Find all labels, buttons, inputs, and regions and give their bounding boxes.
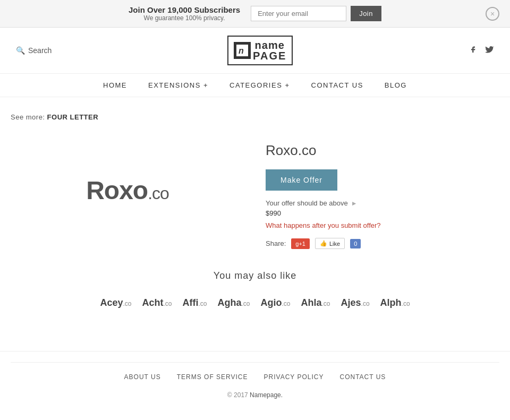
offer-info-row: Your offer should be above ► $990	[266, 199, 499, 217]
nav-item-contact[interactable]: CONTACT US	[311, 81, 363, 89]
similar-domain-tld: .co	[361, 300, 370, 307]
logo-name: name	[253, 40, 286, 50]
join-button[interactable]: Join	[351, 6, 381, 21]
offer-info-text: Your offer should be above ►	[266, 199, 499, 207]
footer-copy-year: © 2017	[227, 391, 248, 399]
logo-page: PAGE	[253, 50, 286, 61]
banner-form: Join	[251, 6, 381, 21]
twitter-icon[interactable]	[484, 45, 494, 57]
similar-domain-name: Ajes	[341, 297, 361, 308]
offer-price: $990	[266, 209, 499, 217]
logo-svg: n	[236, 45, 248, 56]
offer-question-link[interactable]: What happens after you submit offer?	[266, 221, 499, 229]
footer-brand-link[interactable]: Namepage.	[250, 391, 283, 399]
offer-info-label: Your offer should be above	[266, 199, 348, 207]
banner-headline: Join Over 19,000 Subscribers	[129, 5, 240, 14]
domain-info: Roxo.co Make Offer Your offer should be …	[266, 137, 499, 249]
share-label: Share:	[266, 239, 286, 247]
similar-domain-tld: .co	[322, 300, 330, 307]
footer-copy: © 2017 Namepage.	[11, 391, 499, 399]
similar-domain-item[interactable]: Alph.co	[380, 297, 410, 308]
fb-like-button[interactable]: 👍 Like	[315, 238, 345, 249]
logo[interactable]: n name PAGE	[227, 36, 293, 65]
fb-thumb-icon: 👍	[320, 240, 327, 247]
footer: ABOUT USTERMS OF SERVICEPRIVACY POLICYCO…	[0, 351, 510, 409]
footer-link-contact[interactable]: CONTACT US	[339, 373, 386, 381]
offer-arrow-icon: ►	[351, 200, 358, 207]
search-label: Search	[28, 46, 52, 55]
similar-domain-item[interactable]: Agha.co	[217, 297, 250, 308]
similar-domain-tld: .co	[282, 300, 290, 307]
footer-link-about[interactable]: ABOUT US	[124, 373, 161, 381]
domain-logo-text: Roxo.co	[86, 176, 169, 205]
similar-domain-tld: .co	[198, 300, 207, 307]
nav-item-blog[interactable]: BLOG	[385, 81, 407, 89]
similar-domains-list: Acey.coAcht.coAffi.coAgha.coAgio.coAhla.…	[11, 297, 499, 308]
header: 🔍 Search n name PAGE	[0, 28, 510, 74]
top-banner: Join Over 19,000 Subscribers We guarante…	[0, 0, 510, 28]
close-button[interactable]: ×	[486, 7, 499, 21]
similar-domain-item[interactable]: Ajes.co	[341, 297, 370, 308]
see-more: See more: FOUR LETTER	[11, 113, 499, 121]
domain-logo-main: Roxo	[86, 176, 148, 204]
domain-logo-tld: .co	[148, 184, 169, 203]
facebook-icon[interactable]	[469, 45, 478, 57]
similar-title: You may also like	[11, 270, 499, 281]
fb-count: 0	[350, 239, 361, 248]
similar-domain-name: Alph	[380, 297, 402, 308]
similar-domain-item[interactable]: Acey.co	[100, 297, 131, 308]
nav-item-categories[interactable]: CATEGORIES +	[230, 81, 290, 89]
gplus-button[interactable]: g+1	[291, 238, 310, 249]
footer-links: ABOUT USTERMS OF SERVICEPRIVACY POLICYCO…	[11, 373, 499, 381]
similar-domain-name: Affi	[182, 297, 198, 308]
similar-domain-tld: .co	[163, 300, 172, 307]
similar-domain-item[interactable]: Affi.co	[182, 297, 207, 308]
similar-domain-item[interactable]: Ahla.co	[301, 297, 330, 308]
banner-subline: We guarantee 100% privacy.	[129, 14, 240, 22]
make-offer-button[interactable]: Make Offer	[266, 169, 337, 191]
logo-area: n name PAGE	[227, 36, 293, 65]
see-more-prefix: See more:	[11, 113, 45, 121]
domain-showcase: Roxo.co Roxo.co Make Offer Your offer sh…	[11, 137, 499, 249]
share-area: Share: g+1 👍 Like 0	[266, 238, 499, 249]
nav: HOME EXTENSIONS + CATEGORIES + CONTACT U…	[0, 74, 510, 97]
svg-text:n: n	[239, 46, 244, 55]
similar-section: You may also like Acey.coAcht.coAffi.coA…	[11, 270, 499, 308]
search-area[interactable]: 🔍 Search	[16, 46, 52, 55]
domain-logo-area: Roxo.co	[11, 137, 244, 243]
banner-text: Join Over 19,000 Subscribers We guarante…	[129, 5, 240, 22]
similar-domain-item[interactable]: Agio.co	[260, 297, 290, 308]
logo-icon: n	[234, 42, 251, 59]
similar-domain-tld: .co	[241, 300, 250, 307]
footer-divider	[11, 362, 499, 363]
main-content: See more: FOUR LETTER Roxo.co Roxo.co Ma…	[0, 97, 510, 351]
search-icon: 🔍	[16, 46, 25, 55]
similar-domain-tld: .co	[402, 300, 410, 307]
see-more-link[interactable]: FOUR LETTER	[47, 113, 99, 121]
fb-label: Like	[329, 241, 340, 247]
similar-domain-tld: .co	[123, 300, 131, 307]
footer-link-terms[interactable]: TERMS OF SERVICE	[177, 373, 248, 381]
similar-domain-item[interactable]: Acht.co	[142, 297, 172, 308]
similar-domain-name: Acey	[100, 297, 123, 308]
nav-item-home[interactable]: HOME	[103, 81, 127, 89]
logo-text: name PAGE	[253, 40, 286, 61]
social-links	[469, 45, 494, 57]
nav-item-extensions[interactable]: EXTENSIONS +	[148, 81, 208, 89]
similar-domain-name: Agio	[260, 297, 282, 308]
footer-link-privacy[interactable]: PRIVACY POLICY	[264, 373, 324, 381]
email-input[interactable]	[251, 6, 346, 21]
domain-name-title: Roxo.co	[266, 142, 499, 159]
similar-domain-name: Agha	[217, 297, 241, 308]
similar-domain-name: Ahla	[301, 297, 322, 308]
similar-domain-name: Acht	[142, 297, 163, 308]
